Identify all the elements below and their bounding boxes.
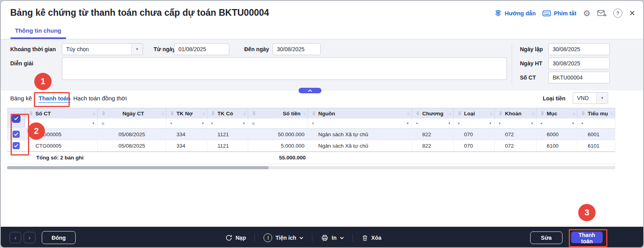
column-header[interactable]: Loại↑↓ [454,108,495,118]
pin-icon[interactable] [252,111,256,116]
pin-icon[interactable] [312,111,316,116]
scrollbar-thumb[interactable] [7,166,269,169]
gear-icon[interactable]: ⚙ [583,9,590,17]
filter-dropdown-icon[interactable]: ▼ [531,122,534,125]
column-filter-input[interactable]: *▼ [207,118,248,128]
to-date-input[interactable] [273,43,321,55]
sort-icon[interactable]: ↑↓ [449,111,451,116]
collapse-panel-button[interactable] [299,88,321,93]
printer-icon [321,234,328,242]
column-header[interactable]: Ngày CT↑↓ [98,108,166,118]
close-icon[interactable]: ✕ [629,9,635,17]
voucher-no-input[interactable] [548,72,610,83]
column-header[interactable]: Số tiền↑↓ [248,108,308,118]
annotation-step-1: 1 [34,73,52,90]
filter-equals: = [102,121,104,126]
pin-icon[interactable] [170,111,174,116]
row-checkbox-cell [7,140,25,151]
pin-icon[interactable] [581,111,585,116]
chevron-down-icon [299,237,303,239]
table-row[interactable]: CTG0000505/08/2025334112150.000.000Ngân … [7,129,615,140]
guide-link[interactable]: Hướng dẫn [494,9,536,17]
edit-button[interactable]: Sửa [530,231,562,244]
help-icon[interactable]: ? [613,9,622,18]
filter-dropdown-icon[interactable]: ▼ [406,122,409,125]
check-icon [14,117,19,120]
from-date-input[interactable] [174,43,229,55]
subtab-hach-toan-dong-thoi[interactable]: Hạch toán đồng thời [73,95,127,102]
column-filter-input[interactable]: *▼ [166,118,207,128]
reload-button[interactable]: Nạp [225,234,246,241]
pin-icon[interactable] [540,111,544,116]
column-filter-input[interactable]: = [248,118,308,128]
column-header[interactable]: Chương↑↓ [412,108,454,118]
sort-icon[interactable]: ↑↓ [303,111,305,116]
table-cell: 6100 [536,140,577,151]
column-filter-input[interactable]: *▼ [495,118,536,128]
subtab-thanh-toan[interactable]: Thanh toán [39,95,71,103]
sort-icon[interactable]: ↑↓ [610,111,612,116]
sort-icon[interactable]: ↑↓ [531,111,534,116]
tab-thong-tin-chung[interactable]: Thông tin chung [15,27,61,34]
row-checkbox-cell [7,129,25,140]
pin-icon[interactable] [416,111,420,116]
description-textarea[interactable] [62,57,507,80]
sort-icon[interactable]: ↑↓ [202,111,204,116]
shortcuts-link[interactable]: Phím tắt [542,10,576,17]
pin-icon[interactable] [211,111,215,116]
column-header[interactable]: TK Có↑↓ [207,108,248,118]
column-filter-input[interactable]: *▼ [308,118,412,128]
filter-dropdown-icon[interactable]: ▼ [489,122,492,125]
table-cell: 05/08/2025 [98,129,166,140]
utilities-button[interactable]: ⋮ Tiện ích [264,233,303,242]
filter-wildcard: * [211,121,213,127]
row-checkbox[interactable] [13,131,20,138]
column-filter-input[interactable]: = [98,118,166,128]
column-filter-input[interactable]: * [577,118,615,128]
column-header[interactable]: Nguồn↑↓ [308,108,412,118]
chevron-down-icon [340,237,344,239]
column-filter-input[interactable]: *▼ [412,118,454,128]
mail-forward-icon[interactable] [597,9,607,17]
table-row[interactable]: CTG0000505/08/202533411215.000.000Ngân s… [7,140,615,152]
subtab-bang-ke[interactable]: Bảng kê [10,95,32,102]
sort-icon[interactable]: ↑↓ [161,111,163,116]
pin-icon[interactable] [29,111,33,116]
form-vertical-divider [512,43,512,83]
filter-dropdown-icon[interactable]: ▼ [572,122,575,125]
created-date-input[interactable] [548,43,610,55]
sort-icon[interactable]: ↑↓ [490,111,492,116]
close-button[interactable]: Đóng [42,231,76,244]
next-record-button[interactable]: › [24,232,35,243]
delete-button[interactable]: Xóa [362,234,382,242]
prev-record-button[interactable]: ‹ [9,232,21,243]
currency-select[interactable]: VND ▼ [573,92,608,104]
column-header[interactable]: Mục↑↓ [536,108,577,118]
column-filter-input[interactable]: *▼ [454,118,495,128]
label-dien-giai: Diễn giải [10,60,33,67]
column-header[interactable]: Khoản↑↓ [495,108,536,118]
sort-icon[interactable]: ↑↓ [572,111,575,116]
sort-icon[interactable]: ↑↓ [93,111,95,116]
accounting-date-input[interactable] [548,57,610,69]
select-all-checkbox[interactable] [12,114,20,123]
column-header[interactable]: TK Nợ↑↓ [166,108,207,118]
horizontal-scrollbar[interactable] [7,166,615,169]
pin-icon[interactable] [458,111,462,116]
print-button[interactable]: In [321,234,343,242]
table-cell: 6000 [536,129,577,140]
pin-icon[interactable] [102,111,106,116]
filter-dropdown-icon[interactable]: ▼ [201,122,204,125]
column-header[interactable]: Số CT↑↓ [25,108,98,118]
sort-icon[interactable]: ↑↓ [243,111,245,116]
filter-dropdown-icon[interactable]: ▼ [92,122,95,125]
period-select[interactable]: Tùy chọn ▼ [62,43,143,55]
sort-icon[interactable]: ↑↓ [407,111,409,116]
pin-icon[interactable] [499,111,503,116]
filter-dropdown-icon[interactable]: ▼ [242,122,245,125]
row-checkbox[interactable] [13,142,20,149]
column-header[interactable]: Tiểu mục↑↓ [577,108,615,118]
column-filter-input[interactable]: *▼ [536,118,577,128]
filter-dropdown-icon[interactable]: ▼ [448,122,451,125]
pay-button[interactable]: Thanh toán [571,231,603,243]
